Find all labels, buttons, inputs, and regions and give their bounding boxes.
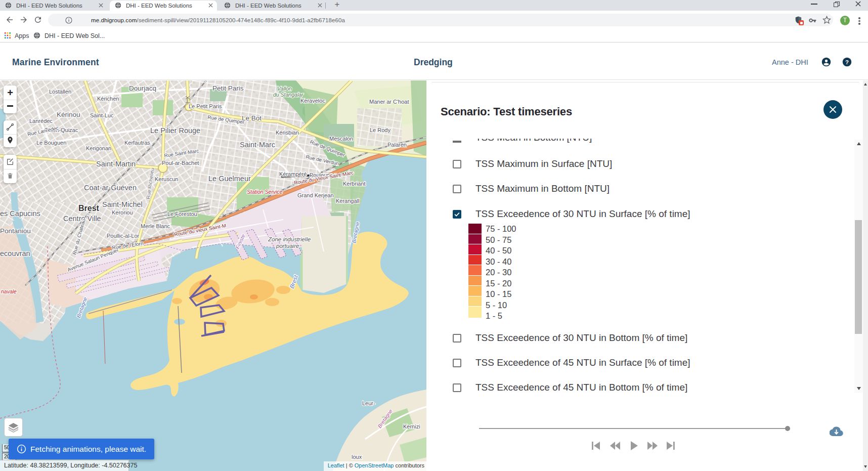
- svg-text:Le Bot: Le Bot: [242, 114, 262, 122]
- svg-text:Kerigonan: Kerigonan: [86, 145, 111, 151]
- svg-text:Station Service: Station Service: [247, 189, 283, 195]
- svg-text:Zone industrielle: Zone industrielle: [268, 236, 311, 242]
- svg-text:Brest: Brest: [78, 204, 100, 212]
- svg-text:Grand Kerjean: Grand Kerjean: [297, 192, 334, 198]
- svg-text:du Stangalar: du Stangalar: [273, 92, 303, 98]
- svg-text:Keruscun: Keruscun: [155, 176, 178, 182]
- svg-text:Merle Blanc: Merle Blanc: [141, 223, 170, 229]
- svg-text:Le Guelmeur: Le Guelmeur: [208, 175, 251, 183]
- svg-text:Coat-ar-Guéven: Coat-ar-Guéven: [84, 184, 137, 192]
- svg-text:Poul-ar-Bachet: Poul-ar-Bachet: [162, 160, 199, 166]
- svg-text:Kerbriant: Kerbriant: [343, 181, 366, 187]
- svg-text:es Capucins: es Capucins: [0, 209, 40, 218]
- svg-text:Leur-: Leur-: [362, 400, 375, 406]
- svg-text:Kérisbian: Kérisbian: [276, 130, 299, 136]
- svg-text:Maner ar C'hoat: Maner ar C'hoat: [369, 99, 409, 105]
- svg-text:Keraveloc: Keraveloc: [300, 98, 325, 104]
- svg-text:Le Petit Paris: Le Petit Paris: [189, 103, 222, 109]
- svg-text:Saint-Luc: Saint-Luc: [90, 112, 114, 118]
- svg-text:Keroriou: Keroriou: [112, 209, 133, 216]
- svg-text:Pontaniou: Pontaniou: [0, 227, 31, 235]
- svg-text:Petit Paris: Petit Paris: [212, 84, 244, 92]
- svg-text:navale: navale: [1, 288, 17, 294]
- svg-text:Dourjacq: Dourjacq: [129, 84, 156, 92]
- svg-text:Kérampéré: Kérampéré: [279, 171, 307, 177]
- svg-text:Palaren: Palaren: [387, 142, 407, 148]
- svg-text:Le Forestou: Le Forestou: [167, 211, 197, 217]
- svg-text:Le Bouguen: Le Bouguen: [36, 140, 66, 146]
- svg-text:Vallon: Vallon: [277, 85, 292, 92]
- svg-text:Poullic-al-Lor: Poullic-al-Lor: [107, 233, 140, 239]
- svg-text:Kérichen: Kérichen: [97, 96, 119, 102]
- svg-text:Saint-Martin: Saint-Martin: [96, 160, 136, 168]
- svg-text:loux: loux: [352, 454, 362, 460]
- svg-text:Lanrédec: Lanrédec: [29, 118, 53, 124]
- svg-text:Saint-Michel: Saint-Michel: [102, 200, 143, 208]
- svg-text:Le Pilier Rouge: Le Pilier Rouge: [150, 126, 200, 135]
- svg-text:portuaire: portuaire: [276, 243, 299, 249]
- svg-text:ecouvran: ecouvran: [0, 249, 30, 258]
- svg-text:Saint-Marc: Saint-Marc: [240, 141, 275, 149]
- svg-text:Kerangall: Kerangall: [336, 198, 359, 204]
- svg-text:Kerfautras: Kerfautras: [124, 140, 150, 146]
- svg-text:?: ?: [845, 59, 849, 65]
- svg-text:Lostallen: Lostallen: [49, 89, 71, 95]
- svg-text:Mescalon: Mescalon: [329, 136, 353, 142]
- svg-text:Kérinou: Kérinou: [57, 111, 80, 118]
- svg-text:Kernizi: Kernizi: [403, 423, 420, 430]
- svg-text:Le Rody: Le Rody: [370, 127, 390, 133]
